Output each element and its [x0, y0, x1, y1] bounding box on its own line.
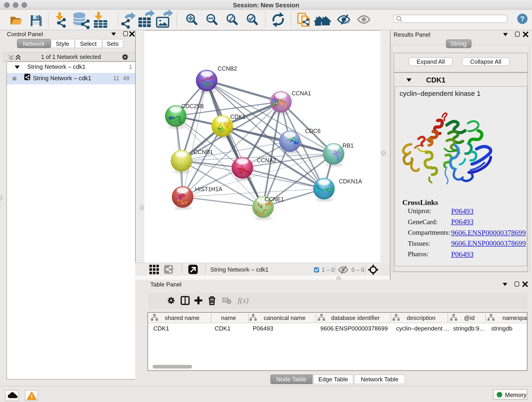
svg-text:CCNE1: CCNE1: [264, 196, 284, 202]
svg-text:CCNA1: CCNA1: [291, 90, 311, 96]
svg-text:namespace: namespace: [502, 314, 527, 321]
svg-text:CDC25B: CDC25B: [181, 103, 204, 109]
svg-text:CDK1: CDK1: [230, 113, 245, 120]
svg-text:shared name: shared name: [165, 314, 199, 321]
svg-text:CCNB2: CCNB2: [217, 65, 237, 71]
svg-text:?: ?: [520, 15, 525, 23]
svg-text:CDKN1A: CDKN1A: [339, 178, 362, 184]
svg-text:@id: @id: [464, 314, 475, 321]
svg-text:1 of 1 Network selected: 1 of 1 Network selected: [41, 54, 101, 60]
svg-text:canonical name: canonical name: [264, 314, 305, 321]
svg-text:RB1: RB1: [342, 142, 354, 148]
svg-text:description: description: [406, 314, 435, 321]
svg-text:CDC6: CDC6: [305, 128, 320, 134]
svg-text:0 – 0: 0 – 0: [351, 267, 364, 273]
svg-text:HIST1H1A: HIST1H1A: [195, 186, 222, 192]
svg-text:f(x): f(x): [238, 296, 248, 305]
svg-text:name: name: [221, 314, 236, 321]
svg-text:CCNA2: CCNA2: [257, 157, 276, 163]
svg-text:1 – 0: 1 – 0: [322, 267, 335, 273]
svg-text:database identifier: database identifier: [331, 314, 380, 321]
svg-text:CCNB1: CCNB1: [193, 148, 213, 155]
svg-text:String Network – cdk1: String Network – cdk1: [210, 266, 268, 273]
